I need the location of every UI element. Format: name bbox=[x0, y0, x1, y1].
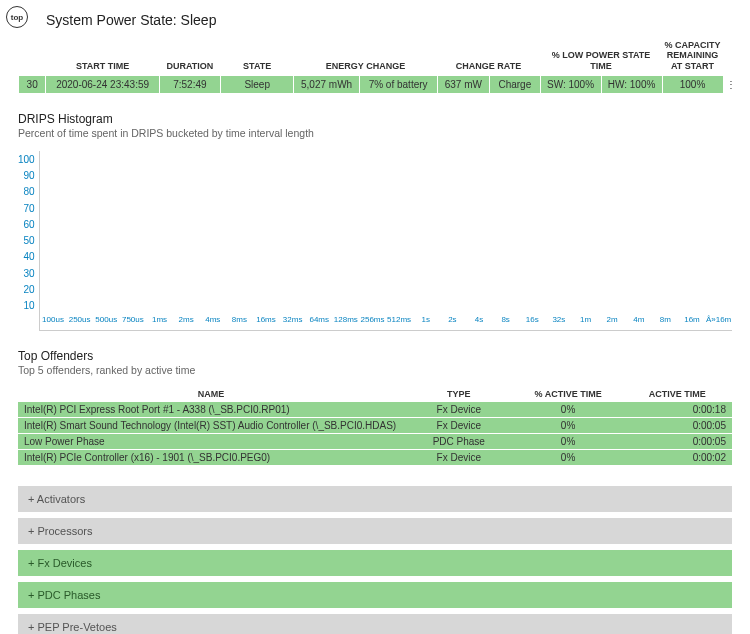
xtick: 500us bbox=[93, 312, 120, 330]
xtick: 16m bbox=[679, 312, 706, 330]
col-start-time: START TIME bbox=[46, 38, 160, 76]
ytick: 80 bbox=[24, 186, 35, 197]
offenders-title: Top Offenders bbox=[18, 349, 732, 363]
col-low-power: % LOW POWER STATE TIME bbox=[540, 38, 662, 76]
col-state: STATE bbox=[220, 38, 294, 76]
xtick: 8m bbox=[652, 312, 679, 330]
cell-low-power-hw: HW: 100% bbox=[601, 76, 662, 94]
drips-chart: 100908070605040302010 100us250us500us750… bbox=[18, 151, 732, 331]
offenders-subtitle: Top 5 offenders, ranked by active time bbox=[18, 364, 732, 376]
drips-title: DRIPS Histogram bbox=[18, 112, 732, 126]
table-row: Intel(R) Smart Sound Technology (Intel(R… bbox=[18, 418, 732, 434]
xtick: Â»16m bbox=[705, 312, 732, 330]
cell-duration: 7:52:49 bbox=[159, 76, 220, 94]
ytick: 20 bbox=[24, 284, 35, 295]
accordion-pdcphases[interactable]: + PDC Phases bbox=[18, 582, 732, 608]
ytick: 100 bbox=[18, 154, 35, 165]
off-name: Intel(R) Smart Sound Technology (Intel(R… bbox=[18, 418, 404, 434]
off-name: Intel(R) PCIe Controller (x16) - 1901 (\… bbox=[18, 450, 404, 466]
xtick: 2ms bbox=[173, 312, 200, 330]
state-summary-table: START TIME DURATION STATE ENERGY CHANGE … bbox=[18, 38, 732, 94]
ytick: 30 bbox=[24, 268, 35, 279]
offenders-section: Top Offenders Top 5 offenders, ranked by… bbox=[18, 349, 732, 466]
page-title: System Power State: Sleep bbox=[46, 12, 732, 28]
table-row: 30 2020-06-24 23:43:59 7:52:49 Sleep 5,0… bbox=[19, 76, 732, 94]
ytick: 40 bbox=[24, 251, 35, 262]
drips-subtitle: Percent of time spent in DRIPS bucketed … bbox=[18, 127, 732, 139]
xtick: 32ms bbox=[279, 312, 306, 330]
off-col-type: TYPE bbox=[404, 386, 513, 402]
xtick: 750us bbox=[120, 312, 147, 330]
xtick: 2s bbox=[439, 312, 466, 330]
xtick: 16s bbox=[519, 312, 546, 330]
xtick: 4s bbox=[466, 312, 493, 330]
xtick: 8s bbox=[492, 312, 519, 330]
top-icon-label: top bbox=[11, 13, 23, 22]
xtick: 100us bbox=[40, 312, 67, 330]
chart-plot: 100us250us500us750us1ms2ms4ms8ms16ms32ms… bbox=[39, 151, 732, 331]
ytick: 70 bbox=[24, 203, 35, 214]
off-type: PDC Phase bbox=[404, 434, 513, 450]
accordion-processors[interactable]: + Processors bbox=[18, 518, 732, 544]
accordion-list: + Activators+ Processors+ Fx Devices+ PD… bbox=[18, 486, 732, 634]
cell-rate-label: Charge bbox=[490, 76, 540, 94]
xtick: 32s bbox=[546, 312, 573, 330]
col-capacity: % CAPACITY REMAINING AT START bbox=[662, 38, 723, 76]
drips-section: DRIPS Histogram Percent of time spent in… bbox=[18, 112, 732, 331]
ytick: 60 bbox=[24, 219, 35, 230]
off-name: Low Power Phase bbox=[18, 434, 404, 450]
cell-energy-pct: 7% of battery bbox=[359, 76, 437, 94]
xtick: 2m bbox=[599, 312, 626, 330]
off-pct: 0% bbox=[513, 402, 622, 418]
xtick: 1ms bbox=[146, 312, 173, 330]
xtick: 4ms bbox=[199, 312, 226, 330]
xtick: 256ms bbox=[359, 312, 386, 330]
cell-start-time: 2020-06-24 23:43:59 bbox=[46, 76, 160, 94]
off-time: 0:00:05 bbox=[623, 434, 732, 450]
accordion-fxdevices[interactable]: + Fx Devices bbox=[18, 550, 732, 576]
xtick: 128ms bbox=[333, 312, 360, 330]
off-col-time: ACTIVE TIME bbox=[623, 386, 732, 402]
off-pct: 0% bbox=[513, 450, 622, 466]
off-name: Intel(R) PCI Express Root Port #1 - A338… bbox=[18, 402, 404, 418]
off-type: Fx Device bbox=[404, 402, 513, 418]
row-index: 30 bbox=[19, 76, 46, 94]
chart-yaxis: 100908070605040302010 bbox=[18, 151, 39, 331]
col-duration: DURATION bbox=[159, 38, 220, 76]
table-row: Low Power PhasePDC Phase0%0:00:05 bbox=[18, 434, 732, 450]
cell-rate-value: 637 mW bbox=[437, 76, 490, 94]
xtick: 512ms bbox=[386, 312, 413, 330]
ytick: 10 bbox=[24, 300, 35, 311]
offenders-table: NAME TYPE % ACTIVE TIME ACTIVE TIME Inte… bbox=[18, 386, 732, 466]
off-type: Fx Device bbox=[404, 418, 513, 434]
xtick: 250us bbox=[66, 312, 93, 330]
xtick: 4m bbox=[625, 312, 652, 330]
off-type: Fx Device bbox=[404, 450, 513, 466]
col-energy-change: ENERGY CHANGE bbox=[294, 38, 437, 76]
more-icon[interactable]: ⋮ bbox=[723, 76, 731, 94]
off-col-name: NAME bbox=[18, 386, 404, 402]
cell-low-power-sw: SW: 100% bbox=[540, 76, 601, 94]
cell-capacity: 100% bbox=[662, 76, 723, 94]
table-row: Intel(R) PCIe Controller (x16) - 1901 (\… bbox=[18, 450, 732, 466]
off-time: 0:00:02 bbox=[623, 450, 732, 466]
col-change-rate: CHANGE RATE bbox=[437, 38, 540, 76]
off-time: 0:00:18 bbox=[623, 402, 732, 418]
cell-energy-value: 5,027 mWh bbox=[294, 76, 359, 94]
xtick: 1s bbox=[412, 312, 439, 330]
xtick: 64ms bbox=[306, 312, 333, 330]
xtick: 8ms bbox=[226, 312, 253, 330]
off-col-pct: % ACTIVE TIME bbox=[513, 386, 622, 402]
ytick: 90 bbox=[24, 170, 35, 181]
xtick: 1m bbox=[572, 312, 599, 330]
accordion-peppre-vetoes[interactable]: + PEP Pre-Vetoes bbox=[18, 614, 732, 634]
accordion-activators[interactable]: + Activators bbox=[18, 486, 732, 512]
ytick: 50 bbox=[24, 235, 35, 246]
off-pct: 0% bbox=[513, 434, 622, 450]
off-pct: 0% bbox=[513, 418, 622, 434]
xtick: 16ms bbox=[253, 312, 280, 330]
cell-state: Sleep bbox=[220, 76, 294, 94]
table-row: Intel(R) PCI Express Root Port #1 - A338… bbox=[18, 402, 732, 418]
off-time: 0:00:05 bbox=[623, 418, 732, 434]
top-icon[interactable]: top bbox=[6, 6, 28, 28]
